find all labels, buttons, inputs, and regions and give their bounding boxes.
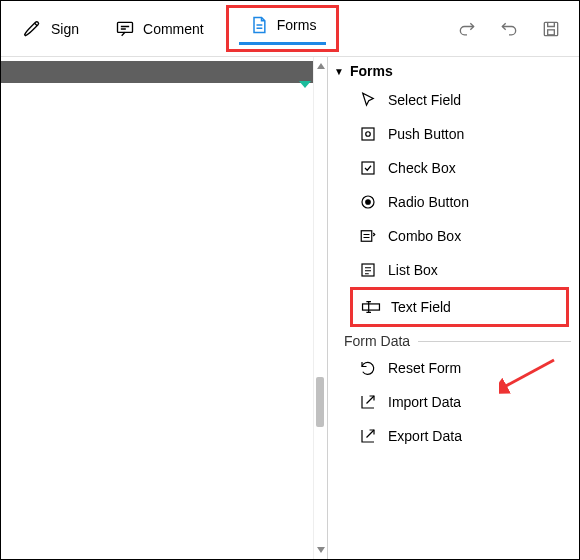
scroll-down-icon[interactable] xyxy=(316,545,326,555)
dark-strip xyxy=(1,61,313,83)
svg-rect-1 xyxy=(544,22,557,35)
list-box-item[interactable]: List Box xyxy=(328,253,579,287)
text-field-highlight: Text Field xyxy=(350,287,569,327)
import-data-item[interactable]: Import Data xyxy=(328,385,579,419)
main-toolbar: Sign Comment Forms xyxy=(1,1,579,57)
svg-rect-0 xyxy=(118,22,133,32)
undo-button[interactable] xyxy=(489,13,529,45)
scroll-up-icon[interactable] xyxy=(316,61,326,71)
save-button[interactable] xyxy=(531,13,571,45)
vertical-scrollbar[interactable] xyxy=(313,57,327,559)
import-data-label: Import Data xyxy=(388,394,461,410)
combo-box-icon xyxy=(358,226,378,246)
scroll-thumb[interactable] xyxy=(316,377,324,427)
comment-icon xyxy=(115,19,135,39)
form-document-icon xyxy=(249,15,269,35)
form-data-label: Form Data xyxy=(344,333,410,349)
svg-point-8 xyxy=(366,200,371,205)
svg-rect-2 xyxy=(548,29,555,34)
forms-button[interactable]: Forms xyxy=(241,11,325,39)
export-icon xyxy=(358,426,378,446)
forms-tab-highlight: Forms xyxy=(226,5,340,52)
list-box-icon xyxy=(358,260,378,280)
caret-down-icon: ▼ xyxy=(334,66,344,77)
select-field-label: Select Field xyxy=(388,92,461,108)
push-button-label: Push Button xyxy=(388,126,464,142)
comment-label: Comment xyxy=(143,21,204,37)
content-area: ▼ Forms Select Field Push Button Check B… xyxy=(1,57,579,559)
select-field-item[interactable]: Select Field xyxy=(328,83,579,117)
redo-button[interactable] xyxy=(447,13,487,45)
import-icon xyxy=(358,392,378,412)
pen-icon xyxy=(23,19,43,39)
forms-active-underline xyxy=(239,42,327,45)
export-data-item[interactable]: Export Data xyxy=(328,419,579,453)
svg-point-5 xyxy=(366,132,371,137)
divider-line xyxy=(418,341,571,342)
text-field-icon xyxy=(361,297,381,317)
cursor-icon xyxy=(358,90,378,110)
text-field-label: Text Field xyxy=(391,299,451,315)
reset-form-label: Reset Form xyxy=(388,360,461,376)
list-box-label: List Box xyxy=(388,262,438,278)
export-data-label: Export Data xyxy=(388,428,462,444)
radio-icon xyxy=(358,192,378,212)
push-button-item[interactable]: Push Button xyxy=(328,117,579,151)
reset-icon xyxy=(358,358,378,378)
comment-button[interactable]: Comment xyxy=(101,13,218,45)
radio-button-item[interactable]: Radio Button xyxy=(328,185,579,219)
forms-panel: ▼ Forms Select Field Push Button Check B… xyxy=(327,57,579,559)
combo-box-label: Combo Box xyxy=(388,228,461,244)
svg-rect-11 xyxy=(363,304,380,310)
forms-header-label: Forms xyxy=(350,63,393,79)
svg-rect-4 xyxy=(362,128,374,140)
combo-box-item[interactable]: Combo Box xyxy=(328,219,579,253)
checkbox-icon xyxy=(358,158,378,178)
form-data-section-header: Form Data xyxy=(328,327,579,351)
reset-form-item[interactable]: Reset Form xyxy=(328,351,579,385)
check-box-label: Check Box xyxy=(388,160,456,176)
svg-rect-9 xyxy=(361,231,372,242)
teal-triangle-icon xyxy=(299,81,311,88)
document-area xyxy=(1,57,313,559)
forms-label: Forms xyxy=(277,17,317,33)
sign-label: Sign xyxy=(51,21,79,37)
svg-rect-6 xyxy=(362,162,374,174)
push-button-icon xyxy=(358,124,378,144)
radio-button-label: Radio Button xyxy=(388,194,469,210)
text-field-item[interactable]: Text Field xyxy=(359,290,566,324)
check-box-item[interactable]: Check Box xyxy=(328,151,579,185)
sign-button[interactable]: Sign xyxy=(9,13,93,45)
forms-section-header[interactable]: ▼ Forms xyxy=(328,61,579,83)
